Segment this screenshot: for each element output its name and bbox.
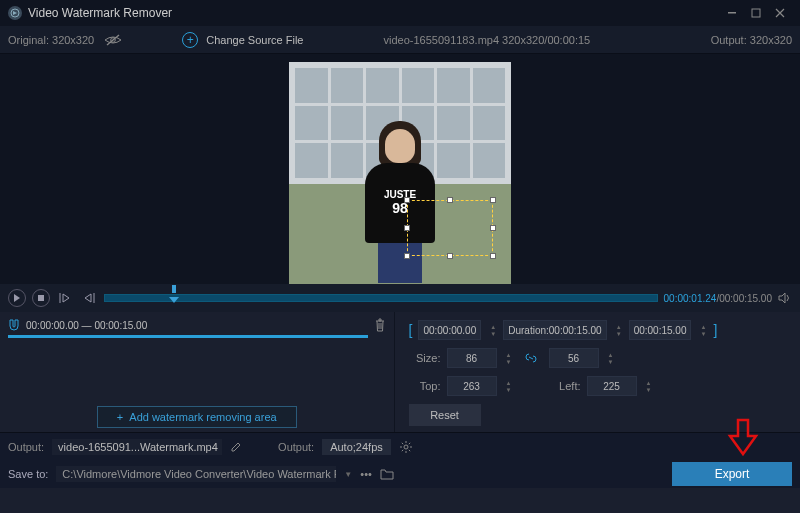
top-label: Top:: [409, 380, 441, 392]
format-settings-icon[interactable]: [399, 440, 413, 454]
add-source-icon[interactable]: +: [182, 32, 198, 48]
source-file-info: video-1655091183.mp4 320x320/00:00:15: [383, 34, 590, 46]
svg-rect-5: [38, 295, 44, 301]
add-watermark-area-label: Add watermark removing area: [129, 411, 276, 423]
bracket-left-icon[interactable]: [: [409, 322, 413, 338]
left-field[interactable]: 225: [587, 376, 637, 396]
svg-rect-1: [728, 12, 736, 14]
start-time-field[interactable]: 00:00:00.00: [418, 320, 481, 340]
export-button[interactable]: Export: [672, 462, 792, 486]
duration-field[interactable]: Duration:00:00:15.00: [503, 320, 606, 340]
stop-button[interactable]: [32, 289, 50, 307]
original-size-label: Original: 320x320: [8, 34, 94, 46]
output-format-value[interactable]: Auto;24fps: [322, 439, 391, 455]
minimize-button[interactable]: [720, 5, 744, 21]
duration-spin[interactable]: ▲▼: [615, 324, 623, 337]
size-width-field[interactable]: 86: [447, 348, 497, 368]
segment-range: 00:00:00.00 — 00:00:15.00: [26, 320, 374, 331]
start-time-spin[interactable]: ▲▼: [489, 324, 497, 337]
shirt-text: JUSTE: [384, 189, 416, 200]
end-time-field[interactable]: 00:00:15.00: [629, 320, 692, 340]
size-height-field[interactable]: 56: [549, 348, 599, 368]
left-label: Left:: [549, 380, 581, 392]
maximize-button[interactable]: [744, 5, 768, 21]
left-spin[interactable]: ▲▼: [645, 380, 653, 393]
set-start-button[interactable]: [56, 289, 74, 307]
output-format-label: Output:: [278, 441, 314, 453]
browse-path-button[interactable]: •••: [360, 468, 372, 480]
change-source-button[interactable]: Change Source File: [206, 34, 303, 46]
plus-icon: +: [117, 411, 123, 423]
output-file-name: video-1655091...Watermark.mp4: [52, 439, 222, 455]
watermark-selection-box[interactable]: [407, 200, 493, 256]
delete-segment-icon[interactable]: [374, 318, 386, 332]
output-size-label: Output: 320x320: [711, 34, 792, 46]
app-title: Video Watermark Remover: [28, 6, 720, 20]
end-time-spin[interactable]: ▲▼: [699, 324, 707, 337]
svg-point-6: [404, 445, 408, 449]
segment-progress[interactable]: [8, 335, 368, 338]
save-to-label: Save to:: [8, 468, 48, 480]
video-preview[interactable]: JUSTE98: [0, 54, 800, 284]
size-width-spin[interactable]: ▲▼: [505, 352, 513, 365]
link-dimensions-icon[interactable]: [525, 352, 537, 364]
path-dropdown-icon[interactable]: ▼: [344, 470, 352, 479]
size-label: Size:: [409, 352, 441, 364]
open-folder-icon[interactable]: [380, 468, 394, 480]
add-watermark-area-button[interactable]: + Add watermark removing area: [97, 406, 297, 428]
size-height-spin[interactable]: ▲▼: [607, 352, 615, 365]
bracket-right-icon[interactable]: ]: [713, 322, 717, 338]
play-button[interactable]: [8, 289, 26, 307]
edit-output-name-icon[interactable]: [230, 441, 242, 453]
snap-icon[interactable]: [8, 319, 20, 331]
save-path-field[interactable]: C:\Vidmore\Vidmore Video Converter\Video…: [56, 466, 336, 482]
playhead[interactable]: [169, 285, 179, 299]
volume-icon[interactable]: [778, 292, 792, 304]
timeline-track[interactable]: [104, 294, 658, 302]
preview-toggle-icon[interactable]: [104, 34, 122, 46]
top-spin[interactable]: ▲▼: [505, 380, 513, 393]
top-field[interactable]: 263: [447, 376, 497, 396]
set-end-button[interactable]: [80, 289, 98, 307]
app-logo: [8, 6, 22, 20]
time-display: 00:00:01.24/00:00:15.00: [664, 293, 772, 304]
reset-button[interactable]: Reset: [409, 404, 481, 426]
close-button[interactable]: [768, 5, 792, 21]
svg-rect-2: [752, 9, 760, 17]
output-file-label: Output:: [8, 441, 44, 453]
